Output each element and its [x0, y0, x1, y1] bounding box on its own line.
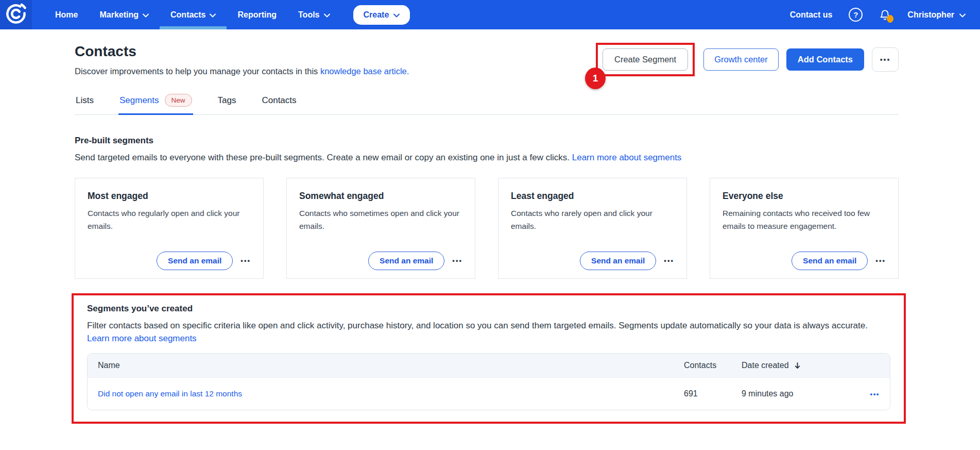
tab-label: Segments [119, 95, 159, 106]
page-subtitle-text: Discover improvements to help you manage… [75, 66, 318, 76]
help-icon[interactable]: ? [849, 8, 863, 22]
card-title: Least engaged [511, 191, 674, 202]
nav-item-label: Reporting [237, 10, 277, 20]
annotation-step-badge: 1 [585, 68, 606, 89]
tab-lists[interactable]: Lists [75, 94, 95, 115]
card-description: Contacts who regularly open and click yo… [88, 207, 251, 232]
table-row: Did not open any email in last 12 months… [88, 377, 890, 410]
segment-card-most-engaged: Most engaged Contacts who regularly open… [75, 178, 264, 279]
top-navbar: Home Marketing Contacts Reporting Tools … [0, 0, 980, 29]
brand-logo[interactable] [0, 0, 32, 29]
tab-segments[interactable]: Segments New [118, 94, 193, 115]
card-description: Contacts who sometimes open and click yo… [299, 207, 462, 232]
prebuilt-heading: Pre-built segments [75, 136, 899, 146]
segment-card-somewhat-engaged: Somewhat engaged Contacts who sometimes … [286, 178, 475, 279]
column-header-name: Name [98, 361, 684, 370]
created-description-text: Filter contacts based on specific criter… [87, 321, 868, 330]
notifications-bell-icon[interactable] [879, 8, 891, 21]
ellipsis-icon[interactable]: ••• [452, 257, 462, 264]
send-email-button[interactable]: Send an email [580, 252, 656, 270]
column-header-contacts: Contacts [684, 361, 742, 370]
send-email-button[interactable]: Send an email [792, 252, 868, 270]
sort-descending-icon [794, 362, 801, 370]
card-description: Remaining contacts who received too few … [723, 207, 886, 232]
user-name: Christopher [907, 10, 954, 20]
nav-item-tools[interactable]: Tools [287, 0, 340, 29]
chevron-down-icon [959, 13, 966, 18]
navbar-right: Contact us ? Christopher [790, 0, 966, 29]
segment-name-link[interactable]: Did not open any email in last 12 months [98, 389, 242, 398]
prebuilt-description: Send targeted emails to everyone with th… [75, 151, 899, 164]
tab-label: Tags [218, 95, 236, 106]
user-menu[interactable]: Christopher [907, 10, 966, 20]
prebuilt-description-text: Send targeted emails to everyone with th… [75, 153, 570, 162]
segments-table-header: Name Contacts Date created [88, 354, 890, 377]
page-title: Contacts [75, 43, 409, 60]
create-button-label: Create [364, 10, 389, 20]
created-description: Filter contacts based on specific criter… [87, 319, 890, 345]
nav-item-label: Home [55, 10, 78, 20]
learn-more-segments-link[interactable]: Learn more about segments [572, 153, 682, 162]
page-title-block: Contacts Discover improvements to help y… [75, 43, 409, 76]
new-badge: New [165, 94, 192, 107]
nav-item-marketing[interactable]: Marketing [89, 0, 160, 29]
create-segment-button[interactable]: Create Segment [603, 48, 688, 71]
notification-badge-dot [887, 15, 893, 23]
page-subtitle: Discover improvements to help you manage… [75, 66, 409, 76]
send-email-button[interactable]: Send an email [368, 252, 444, 270]
nav-item-reporting[interactable]: Reporting [227, 0, 287, 29]
page-actions: Create Segment 1 Growth center Add Conta… [596, 43, 899, 76]
card-title: Most engaged [88, 191, 251, 202]
nav-item-home[interactable]: Home [44, 0, 89, 29]
learn-more-segments-link[interactable]: Learn more about segments [87, 334, 197, 343]
chevron-down-icon [393, 13, 400, 18]
prebuilt-cards: Most engaged Contacts who regularly open… [75, 178, 899, 279]
tab-contacts[interactable]: Contacts [261, 94, 297, 115]
contacts-tabbar: Lists Segments New Tags Contacts [75, 94, 899, 115]
segment-actions-cell: ••• [859, 389, 880, 398]
knowledge-base-link[interactable]: knowledge base article. [320, 66, 409, 76]
column-header-label: Date created [742, 361, 789, 370]
chevron-down-icon [210, 13, 216, 18]
annotation-box-segments-created: Segments you’ve created Filter contacts … [72, 293, 906, 424]
send-email-button[interactable]: Send an email [157, 252, 233, 270]
segment-name-cell: Did not open any email in last 12 months [98, 389, 684, 398]
card-footer: Send an email ••• [723, 244, 886, 270]
ellipsis-icon[interactable]: ••• [875, 257, 886, 264]
main-content: Contacts Discover improvements to help y… [0, 43, 980, 424]
card-title: Everyone else [723, 191, 886, 202]
card-footer: Send an email ••• [88, 244, 251, 270]
ellipsis-icon[interactable]: ••• [664, 257, 674, 264]
growth-center-button[interactable]: Growth center [703, 48, 779, 71]
page-header: Contacts Discover improvements to help y… [75, 43, 899, 76]
chevron-down-icon [324, 13, 330, 18]
segment-card-everyone-else: Everyone else Remaining contacts who rec… [710, 178, 899, 279]
segment-date-cell: 9 minutes ago [742, 389, 859, 398]
more-options-button[interactable]: ••• [872, 47, 899, 72]
primary-nav: Home Marketing Contacts Reporting Tools [44, 0, 341, 29]
nav-item-label: Tools [298, 10, 319, 20]
segment-contacts-cell: 691 [684, 389, 742, 398]
column-header-date-created[interactable]: Date created [742, 361, 859, 370]
add-contacts-button[interactable]: Add Contacts [786, 48, 864, 71]
card-footer: Send an email ••• [511, 244, 674, 270]
tab-label: Lists [76, 95, 94, 106]
chevron-down-icon [143, 13, 149, 18]
ellipsis-icon[interactable]: ••• [870, 390, 880, 398]
ellipsis-icon: ••• [880, 56, 891, 64]
ellipsis-icon[interactable]: ••• [240, 257, 251, 264]
card-footer: Send an email ••• [299, 244, 462, 270]
tab-tags[interactable]: Tags [217, 94, 237, 115]
nav-item-label: Contacts [170, 10, 205, 20]
nav-item-label: Marketing [99, 10, 139, 20]
nav-item-contacts[interactable]: Contacts [160, 0, 227, 29]
prebuilt-segments-section: Pre-built segments Send targeted emails … [75, 136, 899, 279]
help-glyph: ? [853, 10, 858, 19]
annotation-box-create-segment: Create Segment 1 [596, 43, 695, 76]
created-heading: Segments you’ve created [87, 304, 890, 314]
contact-us-link[interactable]: Contact us [790, 10, 833, 20]
tab-label: Contacts [262, 95, 296, 106]
create-button[interactable]: Create [353, 5, 410, 25]
segment-card-least-engaged: Least engaged Contacts who rarely open a… [498, 178, 687, 279]
constant-contact-logo-icon [5, 3, 27, 27]
